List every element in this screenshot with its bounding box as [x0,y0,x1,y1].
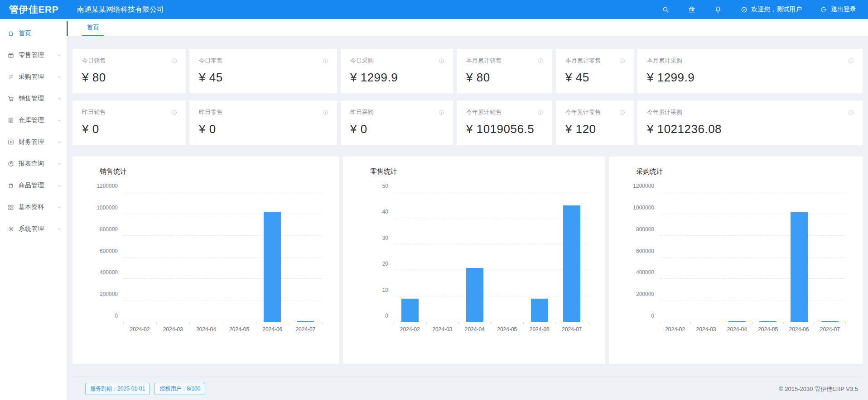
info-icon[interactable] [322,57,329,64]
info-icon[interactable] [438,109,445,116]
sidebar-item-label: 零售管理 [19,51,57,59]
stat-card-title: 本月累计销售 [466,57,502,65]
gridline [123,257,322,257]
chevron-down-icon [57,52,62,58]
y-axis-tick-label: 1000000 [633,205,654,211]
x-axis-tick-label: 2024-07 [811,326,849,333]
info-icon[interactable] [848,109,854,116]
info-icon[interactable] [619,57,626,64]
chart-plot: 010203040502024-022024-032024-042024-052… [394,192,588,322]
bar [466,268,483,323]
stat-card: 本月累计采购¥ 1299.9 [637,49,863,93]
x-axis-tick [189,322,190,324]
goods-bag-icon [7,182,14,189]
chart-card: 采购统计020000040000060000080000010000001200… [609,157,863,364]
stat-card: 今年累计销售¥ 1019056.5 [457,100,552,145]
stat-card-title: 昨日采购 [350,108,374,116]
sidebar-item-label: 系统管理 [19,225,57,233]
stat-card-value: ¥ 45 [199,71,329,85]
y-axis-tick-label: 10 [382,287,388,293]
sidebar-item-goods[interactable]: 商品管理 [0,175,67,196]
info-icon[interactable] [438,57,445,64]
gridline [660,300,845,300]
stat-card-value: ¥ 0 [350,122,445,136]
licensed-users-badge: 授权用户：8/100 [154,383,205,395]
info-icon[interactable] [171,57,178,64]
info-icon[interactable] [171,109,178,116]
gridline [394,218,588,218]
y-axis-tick-label: 0 [385,313,388,319]
bar [563,205,580,322]
chart-title: 销售统计 [100,167,127,176]
stat-card: 今日销售¥ 80 [72,49,186,93]
sidebar-item-label: 基本资料 [19,203,57,211]
gridline [123,214,322,214]
sidebar-item-label: 财务管理 [19,138,57,146]
bar [401,299,419,322]
tab-home[interactable]: 首页 [77,19,108,36]
x-axis-tick [223,322,223,324]
sidebar-item-system[interactable]: 系统管理 [0,218,67,240]
info-icon[interactable] [322,109,329,116]
stat-card: 今日采购¥ 1299.9 [341,49,453,93]
footer: 服务到期：2025-01-01 授权用户：8/100 © 2015-2030 管… [72,376,863,395]
bank-icon[interactable] [688,5,696,14]
retail-gift-icon [7,52,14,59]
info-icon[interactable] [619,109,626,116]
home-icon [7,30,14,37]
chart-plot: 0200000400000600000800000100000012000002… [123,192,322,322]
x-axis-tick [256,322,256,324]
y-axis-tick-label: 30 [382,235,388,241]
info-icon[interactable] [537,57,544,64]
report-pie-icon [7,160,14,167]
service-expiry-badge: 服务到期：2025-01-01 [85,383,150,395]
sidebar-item-finance[interactable]: 财务管理 [0,131,67,153]
sidebar-item-basicdata[interactable]: 基本资料 [0,196,67,218]
info-icon[interactable] [537,109,544,116]
user-welcome[interactable]: 欢迎您，测试用户 [740,5,802,14]
bell-icon[interactable] [714,5,722,14]
search-icon[interactable] [661,5,670,14]
stat-card-value: ¥ 80 [466,71,544,85]
gridline [660,235,845,236]
x-axis-tick [156,322,157,324]
info-icon[interactable] [848,57,854,64]
stat-card-value: ¥ 1019056.5 [466,122,544,136]
sidebar-item-sales[interactable]: 销售管理 [0,88,67,110]
gridline [394,244,588,244]
sidebar-item-home[interactable]: 首页 [0,23,67,44]
stat-card-header: 本月累计采购 [647,57,854,65]
chevron-down-icon [57,226,62,232]
sidebar-item-warehouse[interactable]: 仓库管理 [0,110,67,131]
app-logo: 管伊佳ERP [0,3,67,16]
stat-card: 今年累计采购¥ 1021236.08 [637,100,863,145]
gridline [123,192,322,192]
chart-title: 采购统计 [636,167,663,176]
sidebar-item-reports[interactable]: 报表查询 [0,153,67,175]
sidebar-item-label: 仓库管理 [19,116,57,124]
tab-bar-accent [67,21,68,36]
stat-card: 今日零售¥ 45 [189,49,337,93]
app-header: 管伊佳ERP 南通某某网络科技有限公司 欢迎您，测试用户 退出登录 [0,0,868,19]
x-axis-tick-label: 2024-06 [253,326,291,333]
x-axis-tick-label: 2024-04 [187,326,225,333]
settings-gear-icon [7,225,14,233]
gridline [394,270,588,270]
sidebar-item-purchase[interactable]: 采购管理 [0,66,67,88]
stat-card-title: 今年累计销售 [466,108,502,116]
x-axis-tick [123,322,124,324]
x-axis-tick [289,322,289,324]
stat-card-header: 今年累计采购 [647,108,854,116]
logout-button[interactable]: 退出登录 [820,5,856,14]
logout-text: 退出登录 [831,5,856,14]
bar [297,321,314,322]
gridline [123,300,322,300]
stat-card-header: 昨日采购 [350,108,445,116]
welcome-text: 欢迎您，测试用户 [751,5,802,14]
y-axis-tick-label: 50 [382,183,388,189]
x-axis-tick-label: 2024-03 [154,326,192,333]
sidebar-item-retail[interactable]: 零售管理 [0,44,67,66]
stat-card-value: ¥ 0 [199,122,329,136]
sales-cart-icon [7,95,14,102]
stat-card: 昨日采购¥ 0 [341,100,453,145]
